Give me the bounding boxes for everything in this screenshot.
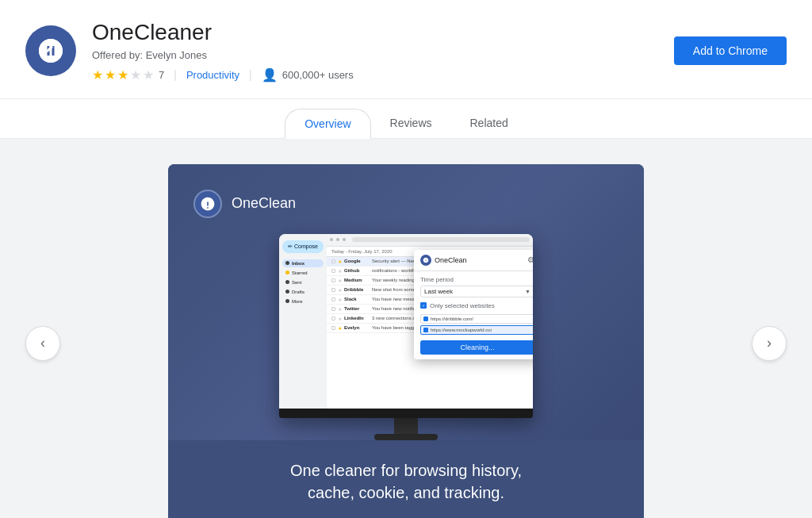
site-cb-1 (423, 317, 428, 321)
popup-icon (420, 255, 431, 266)
monitor-bezel (279, 409, 533, 418)
tab-reviews[interactable]: Reviews (371, 109, 451, 138)
carousel-prev-button[interactable]: ‹ (25, 326, 60, 361)
ext-header-card: OneClean (193, 190, 619, 218)
tab-overview[interactable]: Overview (285, 109, 370, 139)
popup-site-list: https://dribbble.com/ https://www.mockup… (420, 314, 533, 335)
monitor-screen: ✏ Compose Inbox Starred Sent Drafts More (279, 234, 533, 409)
popup-icon-svg (423, 257, 429, 263)
star-1: ★ (92, 67, 103, 82)
popup-time-value: Last week (424, 288, 453, 295)
meta-row: ★ ★ ★ ★ ★ 7 | Productivity | 👤 600,000+ … (92, 67, 354, 82)
popup-ext-name: OneClean (435, 256, 467, 264)
ext-card-title: OneClean (232, 195, 296, 212)
popup-gear-icon[interactable]: ⚙ (527, 255, 533, 264)
site-url-2: https://www.mockupworld.co/ (431, 328, 492, 332)
popup-header-left: OneClean (420, 255, 467, 266)
users-info: 👤 600,000+ users (262, 67, 354, 82)
screenshot-card: OneClean ✏ Compose Inbox (168, 164, 644, 518)
tabs-section: Overview Reviews Related (0, 99, 812, 139)
monitor-foot (374, 434, 438, 440)
popup-site-2: https://www.mockupworld.co/ (420, 325, 533, 335)
header-left: OneCleaner Offered by: Evelyn Jones ★ ★ … (25, 19, 354, 82)
popup-time-select[interactable]: Last week ▼ (420, 286, 533, 297)
nav-sent: Sent (282, 278, 324, 286)
ext-card-icon (193, 190, 222, 218)
monitor-mockup: ✏ Compose Inbox Starred Sent Drafts More (279, 234, 533, 418)
popup-only-selected-label: Only selected websites (430, 302, 495, 309)
separator-1: | (174, 68, 177, 81)
popup-header: OneClean ⚙ (414, 250, 533, 271)
gmail-sidebar: ✏ Compose Inbox Starred Sent Drafts More (279, 234, 327, 409)
caption-text: One cleaner for browsing history,cache, … (193, 459, 619, 504)
nav-drafts: Drafts (282, 288, 324, 296)
star-rating: ★ ★ ★ ★ ★ 7 (92, 67, 164, 82)
screenshot-inner: OneClean ✏ Compose Inbox (168, 164, 644, 440)
monitor-area: ✏ Compose Inbox Starred Sent Drafts More (193, 234, 619, 440)
add-to-chrome-button[interactable]: Add to Chrome (674, 36, 787, 65)
ext-card-icon-svg (200, 196, 216, 212)
screenshot-caption: One cleaner for browsing history,cache, … (168, 440, 644, 518)
star-3: ★ (117, 67, 128, 82)
carousel-next-button[interactable]: › (752, 326, 787, 361)
extension-popup: OneClean ⚙ Time period Last week ▼ (414, 250, 533, 359)
app-name: OneCleaner (92, 19, 354, 46)
star-2: ★ (105, 67, 116, 82)
popup-site-1: https://dribbble.com/ (420, 314, 533, 324)
popup-select-arrow: ▼ (525, 289, 530, 294)
popup-time-label: Time period (420, 276, 533, 283)
nav-items: Inbox Starred Sent Drafts More (282, 259, 324, 305)
category-link[interactable]: Productivity (186, 69, 239, 81)
star-4: ★ (130, 67, 141, 82)
compose-btn: ✏ Compose (282, 240, 324, 253)
carousel-wrapper: ‹ OneClean (0, 164, 812, 518)
popup-only-selected[interactable]: Only selected websites (420, 302, 533, 309)
gmail-toolbar (327, 234, 533, 247)
monitor-neck (394, 418, 418, 434)
tabs-container: Overview Reviews Related (285, 99, 527, 138)
tab-related[interactable]: Related (451, 109, 527, 138)
page-header: OneCleaner Offered by: Evelyn Jones ★ ★ … (0, 0, 812, 99)
app-icon (25, 25, 76, 76)
site-url-1: https://dribbble.com/ (431, 317, 473, 321)
review-count: 7 (159, 69, 164, 81)
separator-2: | (249, 68, 252, 81)
app-info: OneCleaner Offered by: Evelyn Jones ★ ★ … (92, 19, 354, 82)
offered-by: Offered by: Evelyn Jones (92, 49, 354, 61)
nav-more: More (282, 297, 324, 305)
monitor-stand (374, 418, 438, 440)
popup-body: Time period Last week ▼ Only selected we… (414, 271, 533, 359)
popup-checkbox-icon (420, 302, 427, 309)
popup-clean-button[interactable]: Cleaning... (420, 340, 533, 355)
star-5: ★ (143, 67, 154, 82)
main-content: ‹ OneClean (0, 139, 812, 518)
users-count: 600,000+ users (282, 69, 354, 81)
nav-inbox: Inbox (282, 259, 324, 267)
nav-starred: Starred (282, 269, 324, 277)
app-icon-svg (36, 36, 65, 65)
users-icon: 👤 (262, 67, 278, 82)
site-cb-2 (423, 328, 428, 332)
